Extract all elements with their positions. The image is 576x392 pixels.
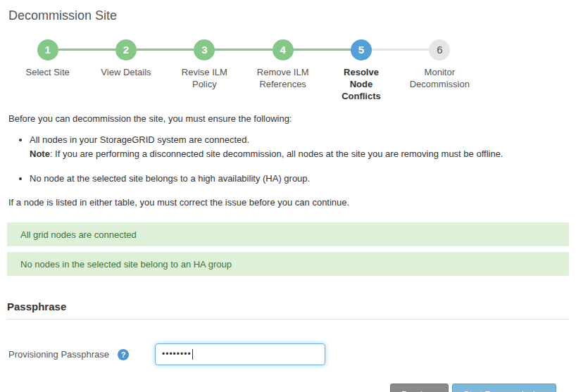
intro-footer-text: If a node is listed in either table, you… <box>8 197 569 208</box>
step-5-circle: 5 <box>351 39 372 61</box>
step-6-label: Monitor Decommission <box>407 66 472 90</box>
note-label: Note <box>30 148 50 159</box>
step-1-label: Select Site <box>15 66 80 78</box>
requirement-text: All nodes in your StorageGRID system are… <box>30 134 249 145</box>
start-decommission-button[interactable]: Start Decommission <box>452 384 556 392</box>
page-title: Decommission Site <box>8 8 569 23</box>
wizard-stepper: 1 Select Site 2 View Details 3 Revise IL… <box>8 39 479 102</box>
requirement-item-ha-group: No node at the selected site belongs to … <box>30 172 569 186</box>
provisioning-passphrase-input[interactable]: •••••••• <box>155 343 325 365</box>
action-button-bar: Previous Start Decommission <box>7 384 556 392</box>
step-2-circle: 2 <box>115 39 137 61</box>
step-monitor-decommission: 6 Monitor Decommission <box>401 39 479 102</box>
step-6-circle: 6 <box>429 39 450 61</box>
provisioning-passphrase-row: Provisioning Passphrase ? •••••••• <box>8 343 569 365</box>
status-banner-text: No nodes in the selected site belong to … <box>20 259 232 270</box>
question-mark-icon[interactable]: ? <box>118 349 129 360</box>
note-text: : If you are performing a disconnected s… <box>50 148 503 159</box>
status-banner-nodes-connected: All grid nodes are connected <box>7 222 569 246</box>
intro-lead-text: Before you can decommission the site, yo… <box>8 113 569 124</box>
step-3-label: Revise ILM Policy <box>172 66 237 90</box>
provisioning-passphrase-label: Provisioning Passphrase <box>8 349 109 360</box>
step-5-label: Resolve Node Conflicts <box>337 66 386 102</box>
step-2-label: View Details <box>94 66 158 78</box>
requirement-text: No node at the selected site belongs to … <box>30 173 310 184</box>
status-banner-ha-group: No nodes in the selected site belong to … <box>7 252 569 276</box>
previous-button[interactable]: Previous <box>390 384 449 392</box>
step-3-circle: 3 <box>194 39 215 61</box>
passphrase-masked-value: •••••••• <box>162 343 192 365</box>
passphrase-section-heading: Passphrase <box>7 301 569 320</box>
text-caret <box>192 349 193 360</box>
requirements-list: All nodes in your StorageGRID system are… <box>8 133 569 186</box>
step-1-circle: 1 <box>37 39 58 61</box>
step-4-label: Remove ILM References <box>251 66 315 90</box>
provisioning-passphrase-label-wrap: Provisioning Passphrase ? <box>8 349 155 360</box>
status-banner-text: All grid nodes are connected <box>20 229 137 240</box>
step-4-circle: 4 <box>273 39 294 61</box>
requirement-item-connected: All nodes in your StorageGRID system are… <box>30 133 569 161</box>
